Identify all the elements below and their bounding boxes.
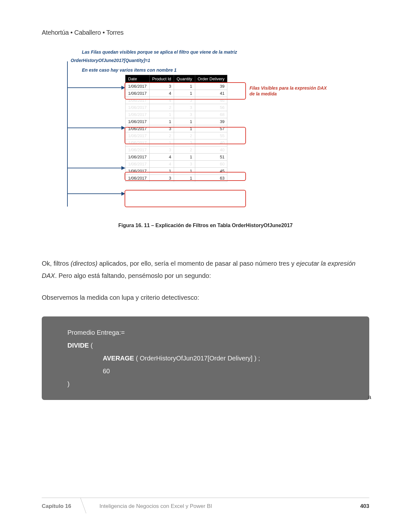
bracket-connector — [61, 56, 125, 210]
table-row: 1/06/20174360 — [126, 161, 227, 168]
table-row: 1/06/20171139 — [126, 118, 227, 125]
dax-code-block: Promedio Entrega:= DIVIDE ( AVERAGE ( Or… — [42, 316, 369, 400]
annotation-visible-rows: Filas Visibles para la expresión DAX de … — [249, 85, 333, 97]
code-line: Promedio Entrega:= — [67, 326, 353, 339]
code-line: AVERAGE ( OrderHistoryOfJun2017[Order De… — [67, 352, 353, 365]
page-footer: Capítulo 16 Inteligencia de Negocios con… — [42, 498, 369, 510]
col-date: Date — [126, 75, 150, 83]
table-row: 1/06/20171340 — [126, 139, 227, 146]
stray-character: a — [368, 394, 371, 401]
table-row: 1/06/20173240 — [126, 146, 227, 154]
highlight-box — [125, 190, 246, 207]
code-line: ) — [67, 377, 353, 390]
code-line: 60 — [67, 365, 353, 377]
figure-caption: Figura 16. 11 – Explicación de Filtros e… — [42, 223, 369, 228]
table-header-row: Date Product Id Quantity Order Delivery — [126, 75, 227, 83]
table-row: 1/06/20172255 — [126, 132, 227, 139]
paragraph-2: Observemos la medida con lupa y criterio… — [42, 291, 369, 304]
table-row: 1/06/20174151 — [126, 154, 227, 161]
table-row: 1/06/20174141 — [126, 90, 227, 97]
order-history-table: Date Product Id Quantity Order Delivery … — [125, 75, 227, 182]
code-line: DIVIDE ( — [67, 339, 353, 352]
table-row: 1/06/20173139 — [126, 83, 227, 90]
table-row: 1/06/20172356 — [126, 104, 227, 111]
page-header-authors: Atehortúa • Caballero • Torres — [42, 29, 369, 36]
table-row: 1/06/20173163 — [126, 175, 227, 182]
table-row: 1/06/20171368 — [126, 111, 227, 118]
table-row: 1/06/20174346 — [126, 97, 227, 104]
footer-page-number: 403 — [360, 503, 369, 510]
table-row: 1/06/20171145 — [126, 168, 227, 175]
figure-16-11: Las Filas quedan visibles porque se apli… — [42, 49, 369, 216]
footer-book-title: Inteligencia de Negocios con Excel y Pow… — [83, 503, 360, 510]
table-row: 1/06/20173157 — [126, 125, 227, 132]
col-order-delivery: Order Delivery — [195, 75, 227, 83]
footer-chapter: Capítulo 16 — [42, 503, 83, 510]
col-product-id: Product Id — [149, 75, 174, 83]
annotation-matrix-filter: Las Filas quedan visibles porque se apli… — [82, 49, 249, 55]
col-quantity: Quantity — [174, 75, 195, 83]
paragraph-1: Ok, filtros (directos) aplicados, por el… — [42, 257, 369, 282]
